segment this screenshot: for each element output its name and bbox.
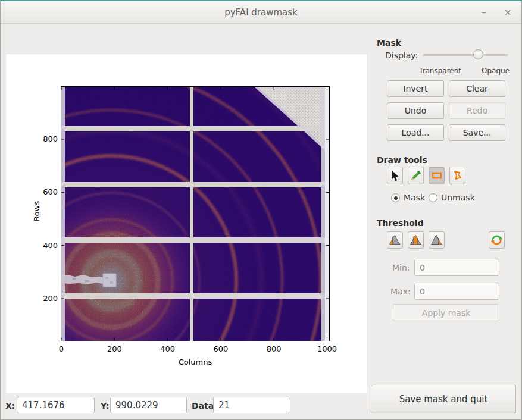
y-tick-label: 600 bbox=[34, 187, 58, 196]
threshold-below-button[interactable] bbox=[387, 231, 403, 249]
apply-mask-button[interactable]: Apply mask bbox=[393, 304, 499, 321]
window-title: pyFAI drawmask bbox=[1, 7, 521, 18]
toolbar: ▾ 0 Y ▾ bbox=[1, 24, 522, 54]
x-tick-label: 600 bbox=[207, 344, 235, 353]
threshold-between-button[interactable] bbox=[408, 231, 424, 249]
browse-tool-button[interactable] bbox=[387, 167, 403, 184]
undo-button[interactable]: Undo bbox=[387, 102, 444, 119]
minimize-button[interactable]: – bbox=[477, 6, 490, 19]
cursor-arrow-icon bbox=[389, 169, 402, 182]
pencil-icon bbox=[410, 169, 423, 182]
load-mask-button[interactable]: Load... bbox=[387, 124, 444, 141]
refresh-threshold-button[interactable] bbox=[489, 231, 505, 249]
mask-opacity-slider[interactable] bbox=[423, 54, 508, 56]
y-tick-label: 200 bbox=[34, 294, 58, 303]
mask-radio[interactable] bbox=[391, 193, 400, 202]
save-mask-and-quit-button[interactable]: Save mask and quit bbox=[371, 385, 516, 413]
titlebar: pyFAI drawmask – × bbox=[1, 1, 521, 24]
y-coordinate-field[interactable] bbox=[110, 397, 187, 413]
x-tick-label: 800 bbox=[260, 344, 287, 353]
min-input[interactable] bbox=[414, 259, 499, 276]
x-axis-label: Columns bbox=[179, 358, 212, 366]
y-axis-label: Rows bbox=[32, 201, 41, 221]
x-coordinate-field[interactable] bbox=[17, 397, 95, 413]
display-label: Display: bbox=[385, 51, 418, 60]
threshold-above-button[interactable] bbox=[429, 231, 445, 249]
x-coordinate-label: X: bbox=[5, 401, 15, 410]
histogram-below-min-icon bbox=[388, 233, 402, 247]
x-tick-label: 1000 bbox=[314, 344, 341, 353]
y-coordinate-label: Y: bbox=[101, 401, 110, 410]
histogram-above-max-icon bbox=[430, 233, 443, 247]
pencil-tool-button[interactable] bbox=[408, 167, 424, 184]
min-label: Min: bbox=[392, 263, 410, 272]
y-tick-label: 800 bbox=[34, 134, 58, 143]
draw-tools-section-title: Draw tools bbox=[377, 155, 427, 165]
unmask-radio-label: Unmask bbox=[441, 193, 475, 202]
close-button[interactable]: × bbox=[501, 6, 514, 19]
max-label: Max: bbox=[390, 287, 411, 296]
mask-section-title: Mask bbox=[377, 38, 401, 48]
histogram-between-icon bbox=[409, 233, 423, 247]
threshold-section-title: Threshold bbox=[377, 218, 424, 228]
save-mask-button[interactable]: Save... bbox=[449, 124, 505, 141]
pyfai-drawmask-window: pyFAI drawmask – × bbox=[0, 0, 522, 420]
unmask-radio[interactable] bbox=[429, 193, 437, 202]
redo-button[interactable]: Redo bbox=[449, 102, 505, 119]
refresh-icon bbox=[490, 233, 504, 247]
polygon-tool-button[interactable] bbox=[449, 167, 465, 184]
diffraction-image-plot[interactable] bbox=[61, 86, 330, 341]
x-tick-label: 200 bbox=[101, 344, 128, 353]
opaque-label: Opaque bbox=[482, 67, 510, 75]
mask-radio-label: Mask bbox=[404, 193, 425, 202]
x-tick-label: 400 bbox=[154, 344, 182, 353]
y-tick-label: 400 bbox=[34, 241, 58, 250]
transparent-label: Transparent bbox=[419, 67, 461, 75]
clear-button[interactable]: Clear bbox=[449, 80, 505, 97]
data-value-field[interactable] bbox=[213, 397, 290, 413]
max-input[interactable] bbox=[414, 283, 499, 300]
rectangle-icon bbox=[430, 169, 443, 182]
x-tick-label: 0 bbox=[48, 344, 75, 353]
rectangle-tool-button[interactable] bbox=[429, 167, 445, 184]
polygon-icon bbox=[451, 169, 464, 182]
mask-opacity-slider-handle[interactable] bbox=[473, 49, 483, 59]
invert-button[interactable]: Invert bbox=[387, 80, 444, 97]
